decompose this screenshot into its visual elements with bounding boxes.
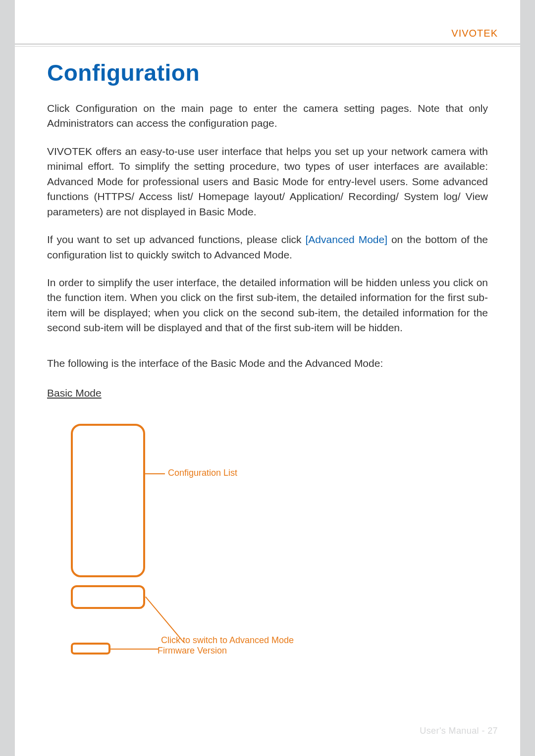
- header-rule: [15, 44, 520, 45]
- content-area: Configuration Click Configuration on the…: [47, 59, 488, 711]
- firmware-version-box: [71, 643, 110, 655]
- intro-paragraph-3: If you want to set up advanced functions…: [47, 232, 488, 262]
- configuration-list-box: [71, 424, 145, 577]
- page-title: Configuration: [47, 59, 488, 86]
- page-footer: User's Manual - 27: [420, 726, 498, 736]
- intro-paragraph-4: In order to simplify the user interface,…: [47, 275, 488, 336]
- basic-mode-diagram: Configuration List Click to switch to Ad…: [71, 424, 488, 711]
- basic-mode-subheading: Basic Mode: [47, 387, 488, 399]
- callout-line: [110, 649, 159, 650]
- p3-text-a: If you want to set up advanced functions…: [47, 234, 306, 245]
- intro-paragraph-1: Click Configuration on the main page to …: [47, 101, 488, 131]
- advanced-mode-link[interactable]: [Advanced Mode]: [306, 234, 388, 245]
- switch-mode-box: [71, 585, 145, 609]
- intro-paragraph-2: VIVOTEK offers an easy-to-use user inter…: [47, 144, 488, 219]
- brand-label: VIVOTEK: [451, 28, 498, 39]
- callout-line: [145, 473, 165, 474]
- firmware-version-label: Firmware Version: [158, 646, 227, 656]
- document-page: VIVOTEK Configuration Click Configuratio…: [15, 0, 520, 756]
- switch-mode-label: Click to switch to Advanced Mode: [161, 635, 294, 646]
- section-intro: The following is the interface of the Ba…: [47, 357, 488, 369]
- header-rule-thin: [15, 46, 520, 47]
- configuration-list-label: Configuration List: [168, 468, 237, 478]
